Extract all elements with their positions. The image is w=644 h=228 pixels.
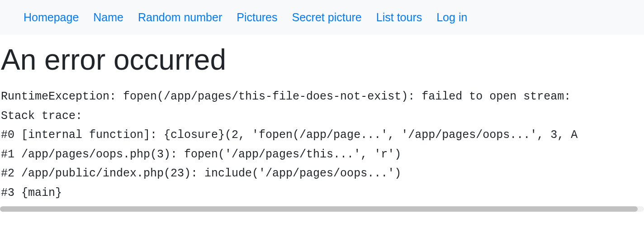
error-line: #1 /app/pages/oops.php(3): fopen('/app/p… <box>1 148 401 161</box>
error-line: #3 {main} <box>1 186 62 200</box>
scrollbar-thumb[interactable] <box>0 206 638 212</box>
error-line: Stack trace: <box>1 109 82 123</box>
nav-link-homepage[interactable]: Homepage <box>4 7 86 28</box>
nav-link-random-number[interactable]: Random number <box>131 7 229 28</box>
page-title: An error occurred <box>0 43 644 76</box>
error-line: #2 /app/public/index.php(23): include('/… <box>1 167 401 180</box>
nav-link-name[interactable]: Name <box>86 7 131 28</box>
nav-link-list-tours[interactable]: List tours <box>369 7 429 28</box>
error-line: RuntimeException: fopen(/app/pages/this-… <box>1 90 578 103</box>
nav-link-pictures[interactable]: Pictures <box>229 7 284 28</box>
horizontal-scrollbar[interactable] <box>0 206 644 212</box>
error-stack-trace: RuntimeException: fopen(/app/pages/this-… <box>0 87 644 203</box>
nav-link-secret-picture[interactable]: Secret picture <box>285 7 369 28</box>
nav-link-log-in[interactable]: Log in <box>429 7 474 28</box>
error-line: #0 [internal function]: {closure}(2, 'fo… <box>1 128 578 142</box>
navbar: Homepage Name Random number Pictures Sec… <box>0 0 644 35</box>
